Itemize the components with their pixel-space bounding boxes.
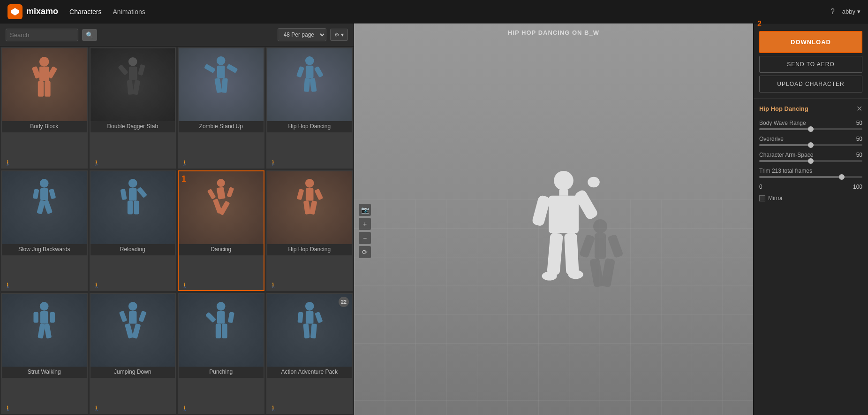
- svg-rect-30: [43, 200, 53, 214]
- reset-icon[interactable]: ⟳: [359, 246, 371, 258]
- body-wave-slider[interactable]: [759, 128, 862, 130]
- svg-point-43: [305, 179, 314, 188]
- svg-rect-20: [305, 65, 313, 78]
- svg-rect-24: [309, 77, 317, 92]
- svg-rect-12: [132, 80, 140, 95]
- svg-rect-48: [309, 200, 317, 215]
- list-item[interactable]: Hip Hop Dancing 🚶: [266, 170, 353, 292]
- animation-label: Hip Hop Dancing: [267, 121, 352, 132]
- svg-rect-89: [600, 258, 615, 287]
- svg-point-82: [542, 271, 557, 280]
- svg-rect-63: [205, 312, 216, 323]
- animation-thumbnail: [2, 48, 87, 121]
- list-item[interactable]: Slow Jog Backwards 🚶: [1, 170, 88, 292]
- download-button[interactable]: DOWNLOAD: [759, 31, 862, 53]
- list-item[interactable]: Jumping Down 🚶: [90, 293, 176, 414]
- search-input[interactable]: [6, 29, 78, 41]
- search-button[interactable]: 🔍: [82, 29, 97, 41]
- body-wave-label: Body Wave Range: [759, 120, 806, 126]
- svg-rect-9: [118, 64, 128, 75]
- grid-settings-button[interactable]: ⚙ ▾: [330, 29, 348, 41]
- logo-icon: [8, 4, 23, 19]
- animation-thumbnail: [91, 294, 175, 367]
- overdrive-slider[interactable]: [759, 144, 862, 146]
- svg-rect-33: [120, 189, 127, 200]
- mirror-checkbox[interactable]: [759, 195, 765, 201]
- logo[interactable]: mixamo: [8, 4, 58, 19]
- animation-label: Hip Hop Dancing: [267, 244, 352, 255]
- animation-thumbnail: [91, 171, 175, 244]
- svg-rect-8: [128, 66, 137, 80]
- overdrive-value: 50: [856, 136, 862, 142]
- arm-space-slider[interactable]: [759, 160, 862, 162]
- svg-rect-28: [49, 189, 56, 200]
- animation-label: Punching: [179, 367, 264, 378]
- list-item[interactable]: Strut Walking 🚶: [1, 293, 88, 414]
- svg-rect-58: [138, 310, 146, 322]
- list-item[interactable]: Zombie Stand Up 🚶: [178, 47, 264, 169]
- trim-min: 0: [759, 184, 762, 190]
- animation-thumbnail: [91, 48, 175, 121]
- animation-thumbnail: 22: [267, 294, 352, 367]
- trim-slider[interactable]: [759, 176, 862, 178]
- arm-space-value: 50: [856, 152, 862, 158]
- svg-point-31: [128, 179, 137, 188]
- svg-rect-68: [305, 311, 313, 323]
- top-nav: mixamo Characters Animations ? abby ▾: [0, 0, 868, 23]
- list-item[interactable]: Dancing 🚶: [178, 170, 264, 292]
- viewport-title: HIP HOP DANCING ON B_W: [508, 29, 599, 36]
- svg-rect-18: [221, 78, 228, 93]
- camera-icon[interactable]: 📷: [359, 204, 371, 216]
- list-item[interactable]: Body Block 🚶: [1, 47, 88, 169]
- user-menu[interactable]: abby ▾: [842, 8, 860, 15]
- svg-point-13: [217, 56, 226, 65]
- svg-point-61: [217, 302, 226, 311]
- animation-label: Double Dagger Stab: [91, 121, 175, 132]
- svg-point-37: [217, 179, 225, 187]
- send-to-aero-button[interactable]: SEND TO AERO: [759, 56, 862, 73]
- upload-character-button[interactable]: UPLOAD CHARACTER: [759, 76, 862, 92]
- svg-rect-64: [228, 312, 234, 323]
- svg-rect-6: [45, 81, 50, 96]
- svg-rect-50: [40, 311, 48, 323]
- list-item[interactable]: 22 Action Adventure Pack 🚶: [266, 293, 353, 414]
- list-item[interactable]: Hip Hop Dancing 🚶: [266, 47, 353, 169]
- walk-icon: 🚶: [93, 160, 100, 166]
- viewport-canvas[interactable]: 📷 + − ⟳: [354, 23, 753, 415]
- animation-thumbnail: [2, 294, 87, 367]
- animation-label: Jumping Down: [91, 367, 175, 378]
- animation-label: Reloading: [91, 244, 175, 255]
- svg-rect-5: [38, 81, 44, 96]
- per-page-select[interactable]: 24 Per page 48 Per page 96 Per page: [278, 28, 326, 41]
- svg-point-55: [128, 302, 137, 311]
- animation-thumbnail: [179, 294, 264, 367]
- close-icon[interactable]: ✕: [856, 104, 862, 113]
- viewport-controls: 📷 + − ⟳: [359, 204, 371, 258]
- nav-characters[interactable]: Characters: [69, 8, 101, 15]
- zoom-out-icon[interactable]: −: [359, 232, 371, 244]
- walk-icon: 🚶: [181, 160, 188, 166]
- svg-rect-35: [127, 201, 132, 215]
- svg-rect-59: [124, 323, 133, 338]
- animation-label: Slow Jog Backwards: [2, 244, 87, 255]
- logo-text: mixamo: [26, 7, 58, 16]
- label-2-indicator: 2: [757, 20, 762, 28]
- zoom-in-icon[interactable]: +: [359, 218, 371, 230]
- svg-rect-65: [216, 323, 221, 338]
- help-icon[interactable]: ?: [830, 8, 835, 16]
- nav-animations[interactable]: Animations: [113, 8, 145, 15]
- svg-rect-2: [39, 66, 49, 81]
- svg-rect-14: [217, 65, 225, 78]
- viewport: HIP HOP DANCING ON B_W: [354, 23, 753, 415]
- animation-label: Strut Walking: [2, 367, 87, 378]
- left-panel: 🔍 24 Per page 48 Per page 96 Per page ⚙ …: [0, 23, 354, 415]
- svg-point-49: [40, 302, 49, 311]
- list-item[interactable]: Double Dagger Stab 🚶: [90, 47, 176, 169]
- list-item[interactable]: Reloading 🚶: [90, 170, 176, 292]
- svg-rect-62: [217, 311, 225, 323]
- animation-count-badge: 22: [339, 297, 349, 307]
- svg-rect-69: [297, 312, 303, 323]
- svg-rect-87: [607, 234, 623, 258]
- animation-thumbnail: [179, 171, 264, 244]
- list-item[interactable]: Punching 🚶: [178, 293, 264, 414]
